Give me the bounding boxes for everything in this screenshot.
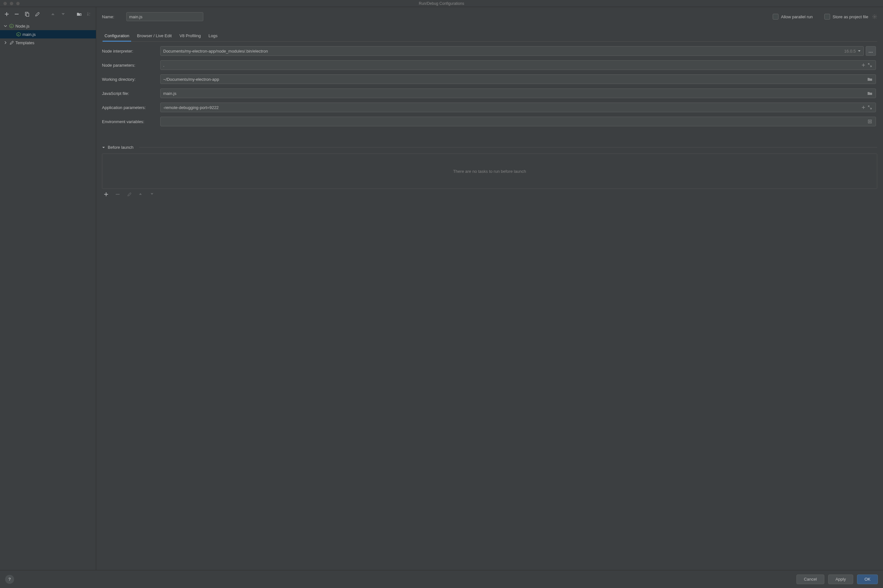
checkbox-icon[interactable]	[825, 14, 830, 20]
edit-templates-button[interactable]	[34, 10, 41, 18]
row-working-directory: Working directory:	[102, 74, 876, 84]
store-project-label: Store as project file	[833, 14, 868, 19]
configuration-form: Node interpreter: 16.0.5 ... Node parame…	[102, 46, 877, 126]
folder-icon[interactable]	[867, 92, 873, 95]
expand-icon[interactable]	[867, 105, 873, 110]
before-launch-toolbar	[102, 192, 877, 198]
chevron-down-icon[interactable]	[3, 24, 8, 28]
row-application-parameters: Application parameters:	[102, 103, 876, 112]
tab-v8-profiling[interactable]: V8 Profiling	[179, 32, 201, 41]
svg-point-8	[874, 16, 875, 17]
tab-logs[interactable]: Logs	[208, 32, 218, 41]
add-configuration-button[interactable]	[3, 10, 10, 18]
application-parameters-input[interactable]	[163, 105, 860, 110]
folder-button[interactable]	[76, 10, 83, 18]
gear-icon[interactable]	[872, 14, 877, 19]
cancel-button[interactable]: Cancel	[796, 574, 824, 584]
tree-node-label: Node.js	[15, 24, 30, 28]
folder-icon[interactable]	[867, 77, 873, 81]
javascript-file-label: JavaScript file:	[102, 91, 156, 96]
close-window-icon[interactable]	[3, 2, 7, 6]
javascript-file-input[interactable]	[163, 91, 867, 96]
tree-node-templates[interactable]: Templates	[0, 39, 96, 47]
help-button[interactable]: ?	[5, 575, 14, 584]
environment-variables-label: Environment variables:	[102, 119, 156, 124]
application-parameters-field[interactable]	[160, 103, 876, 112]
titlebar: Run/Debug Configurations	[0, 0, 883, 7]
allow-parallel-label: Allow parallel run	[781, 14, 813, 19]
move-down-button	[60, 10, 67, 18]
chevron-down-icon[interactable]	[858, 50, 861, 52]
node-parameters-field[interactable]	[160, 60, 876, 70]
minimize-window-icon[interactable]	[10, 2, 13, 6]
sidebar-toolbar: az	[0, 7, 96, 21]
ok-button[interactable]: OK	[857, 574, 878, 584]
chevron-down-icon[interactable]	[102, 146, 105, 149]
before-launch-section: Before launch There are no tasks to run …	[102, 145, 877, 198]
node-interpreter-label: Node interpreter:	[102, 49, 156, 54]
add-macro-icon[interactable]	[860, 105, 867, 110]
tree-node-mainjs[interactable]: js main.js	[0, 30, 96, 39]
svg-text:z: z	[89, 14, 90, 16]
dialog-footer: ? Cancel Apply OK	[0, 570, 883, 588]
name-input[interactable]	[126, 12, 203, 21]
edit-task-button	[127, 192, 133, 198]
before-launch-list: There are no tasks to run before launch	[102, 154, 877, 189]
move-task-up-button	[138, 192, 144, 198]
tab-configuration[interactable]: Configuration	[104, 32, 130, 41]
sort-alpha-button: az	[85, 10, 93, 18]
before-launch-header[interactable]: Before launch	[102, 145, 877, 150]
traffic-lights	[0, 2, 20, 6]
environment-variables-field[interactable]	[160, 117, 876, 126]
zoom-window-icon[interactable]	[16, 2, 20, 6]
checkbox-icon[interactable]	[773, 14, 778, 20]
tree-node-nodejs[interactable]: js Node.js	[0, 22, 96, 30]
window-title: Run/Debug Configurations	[419, 1, 464, 6]
chevron-right-icon[interactable]	[3, 40, 8, 45]
store-project-file-option[interactable]: Store as project file	[825, 14, 877, 20]
expand-icon[interactable]	[867, 63, 873, 67]
svg-text:js: js	[10, 25, 12, 28]
list-icon[interactable]	[867, 120, 873, 123]
apply-button[interactable]: Apply	[828, 574, 853, 584]
allow-parallel-run-option[interactable]: Allow parallel run	[773, 14, 813, 20]
environment-variables-input[interactable]	[163, 119, 867, 124]
node-interpreter-input[interactable]	[163, 49, 842, 54]
sidebar: az js Node.js js main.js	[0, 7, 96, 570]
add-task-button[interactable]	[104, 192, 109, 198]
move-task-down-button	[150, 192, 156, 198]
empty-text: There are no tasks to run before launch	[453, 169, 526, 174]
move-up-button	[50, 10, 57, 18]
svg-rect-1	[26, 13, 29, 16]
row-node-interpreter: Node interpreter: 16.0.5 ...	[102, 46, 876, 56]
tree-node-label: main.js	[22, 32, 36, 37]
nodejs-icon: js	[9, 23, 14, 28]
configurations-tree: js Node.js js main.js Templates	[0, 21, 96, 570]
working-directory-field[interactable]	[160, 74, 876, 84]
node-interpreter-field[interactable]: 16.0.5	[160, 46, 864, 56]
separator	[139, 147, 877, 147]
node-parameters-label: Node parameters:	[102, 63, 156, 68]
javascript-file-field[interactable]	[160, 88, 876, 98]
remove-task-button	[115, 192, 121, 198]
copy-configuration-button[interactable]	[23, 10, 30, 18]
row-environment-variables: Environment variables:	[102, 117, 876, 126]
before-launch-title: Before launch	[108, 145, 133, 150]
working-directory-input[interactable]	[163, 77, 867, 82]
wrench-icon	[9, 40, 14, 45]
nodejs-icon: js	[16, 32, 21, 37]
add-macro-icon[interactable]	[860, 63, 867, 67]
main-panel: Name: Allow parallel run Store as projec…	[96, 7, 883, 570]
working-directory-label: Working directory:	[102, 77, 156, 82]
tab-browser-live-edit[interactable]: Browser / Live Edit	[136, 32, 172, 41]
tree-node-label: Templates	[15, 40, 34, 45]
application-parameters-label: Application parameters:	[102, 105, 156, 110]
name-label: Name:	[102, 14, 121, 19]
row-node-parameters: Node parameters:	[102, 60, 876, 70]
node-interpreter-version: 16.0.5	[844, 49, 856, 54]
remove-configuration-button[interactable]	[13, 10, 21, 18]
name-row: Name: Allow parallel run Store as projec…	[102, 10, 877, 23]
tabs: Configuration Browser / Live Edit V8 Pro…	[102, 32, 877, 42]
node-parameters-input[interactable]	[163, 63, 860, 68]
browse-interpreter-button[interactable]: ...	[866, 46, 876, 56]
